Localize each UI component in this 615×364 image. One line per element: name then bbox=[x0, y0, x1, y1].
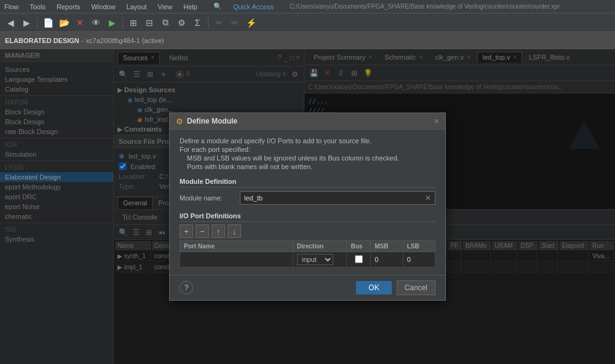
menu-reports[interactable]: Reports bbox=[55, 3, 82, 10]
ok-button[interactable]: OK bbox=[356, 281, 391, 295]
module-definition-title: Module Definition bbox=[180, 178, 435, 188]
io-port-name-cell[interactable] bbox=[180, 252, 293, 267]
menu-view[interactable]: View bbox=[156, 3, 175, 10]
edit-button[interactable]: ✏ bbox=[228, 16, 242, 30]
sigma-button[interactable]: Σ bbox=[191, 16, 204, 30]
view-button[interactable]: 👁 bbox=[89, 16, 103, 30]
io-lsb-cell[interactable] bbox=[403, 252, 435, 267]
msb-input[interactable] bbox=[375, 256, 393, 263]
menu-help[interactable]: Help bbox=[181, 3, 199, 10]
io-col-port-name: Port Name bbox=[180, 241, 293, 252]
io-direction-cell[interactable]: input output inout bbox=[293, 252, 347, 267]
define-module-modal: ⚙ Define Module × Define a module and sp… bbox=[169, 113, 446, 301]
modal-desc1: Define a module and specify I/O Ports to… bbox=[180, 137, 435, 144]
modal-overlay: ⚙ Define Module × Define a module and sp… bbox=[0, 49, 615, 364]
clear-module-name[interactable]: ✕ bbox=[425, 194, 431, 202]
menu-bar: Flow Tools Reports Window Layout View He… bbox=[0, 0, 615, 14]
io-up-button[interactable]: ↑ bbox=[212, 224, 225, 238]
modal-footer: ? OK Cancel bbox=[170, 275, 445, 300]
io-col-msb: MSB bbox=[371, 241, 403, 252]
modal-close-button[interactable]: × bbox=[434, 116, 439, 126]
back-button[interactable]: ◀ bbox=[4, 16, 17, 30]
port-name-input[interactable] bbox=[184, 256, 289, 263]
modal-desc3: MSB and LSB values will be ignored unles… bbox=[180, 154, 435, 162]
table-button[interactable]: ⊟ bbox=[143, 16, 156, 30]
io-bus-cell[interactable] bbox=[347, 252, 371, 267]
menu-flow[interactable]: Flow bbox=[2, 3, 20, 10]
io-table: Port Name Direction Bus MSB LSB bbox=[180, 240, 435, 267]
run-button[interactable]: ▶ bbox=[105, 16, 119, 30]
open-button[interactable]: 📂 bbox=[57, 16, 71, 30]
modal-desc4: Ports with blank names will not be writt… bbox=[180, 163, 435, 170]
io-toolbar: + − ↑ ↓ bbox=[180, 224, 435, 238]
module-name-input[interactable]: ✕ bbox=[240, 191, 435, 205]
design-subtitle: - xc7a200tfbg484-1 (active) bbox=[82, 37, 164, 44]
close-button[interactable]: ✕ bbox=[73, 16, 87, 30]
module-name-text-input[interactable] bbox=[244, 194, 425, 202]
io-remove-button[interactable]: − bbox=[196, 224, 209, 238]
main-layout: MANAGER Sources Language Templates Catal… bbox=[0, 49, 615, 364]
modal-desc2: For each port specified: bbox=[180, 146, 435, 153]
design-header: ELABORATED DESIGN - xc7a200tfbg484-1 (ac… bbox=[0, 32, 615, 49]
design-title: ELABORATED DESIGN bbox=[5, 37, 79, 44]
module-icon: ⚙ bbox=[176, 117, 183, 126]
cancel-button[interactable]: Cancel bbox=[397, 280, 435, 295]
main-toolbar: ◀ ▶ 📄 📂 ✕ 👁 ▶ ⊞ ⊟ ⧉ ⚙ Σ ✂ ✏ ⚡ bbox=[0, 14, 615, 32]
module-definition-section: Module Definition Module name: ✕ bbox=[180, 178, 435, 205]
forward-button[interactable]: ▶ bbox=[20, 16, 33, 30]
io-down-button[interactable]: ↓ bbox=[228, 224, 241, 238]
module-name-row: Module name: ✕ bbox=[180, 191, 435, 205]
io-port-section: I/O Port Definitions + − ↑ ↓ Port Name D… bbox=[180, 212, 435, 267]
modal-title: Define Module bbox=[187, 117, 434, 125]
grid-button[interactable]: ⊞ bbox=[127, 16, 140, 30]
lsb-input[interactable] bbox=[407, 256, 426, 263]
help-button[interactable]: ? bbox=[180, 281, 193, 295]
menu-layout[interactable]: Layout bbox=[125, 3, 149, 10]
io-add-button[interactable]: + bbox=[180, 224, 193, 238]
io-port-title: I/O Port Definitions bbox=[180, 212, 435, 222]
new-button[interactable]: 📄 bbox=[41, 16, 55, 30]
bus-checkbox[interactable] bbox=[355, 255, 363, 263]
cut-button[interactable]: ✂ bbox=[212, 16, 226, 30]
file-path: C:/Users/xiaoyu/Documents/FPGA_SHARE/Bas… bbox=[288, 3, 613, 10]
connect-button[interactable]: ⚡ bbox=[244, 16, 258, 30]
io-table-row: input output inout bbox=[180, 252, 435, 267]
copy-button[interactable]: ⧉ bbox=[159, 16, 172, 30]
settings-button[interactable]: ⚙ bbox=[175, 16, 188, 30]
menu-window[interactable]: Window bbox=[89, 3, 117, 10]
quick-access-icon: 🔍 bbox=[212, 2, 224, 10]
modal-title-bar: ⚙ Define Module × bbox=[170, 113, 445, 130]
direction-select[interactable]: input output inout bbox=[297, 254, 333, 265]
io-col-direction: Direction bbox=[293, 241, 347, 252]
modal-body: Define a module and specify I/O Ports to… bbox=[170, 130, 445, 275]
io-table-body: input output inout bbox=[180, 252, 435, 267]
menu-tools[interactable]: Tools bbox=[28, 3, 47, 10]
io-col-bus: Bus bbox=[347, 241, 371, 252]
io-col-lsb: LSB bbox=[403, 241, 435, 252]
quick-access-label: Quick Access bbox=[231, 3, 276, 10]
module-name-label: Module name: bbox=[180, 194, 235, 202]
io-msb-cell[interactable] bbox=[371, 252, 403, 267]
